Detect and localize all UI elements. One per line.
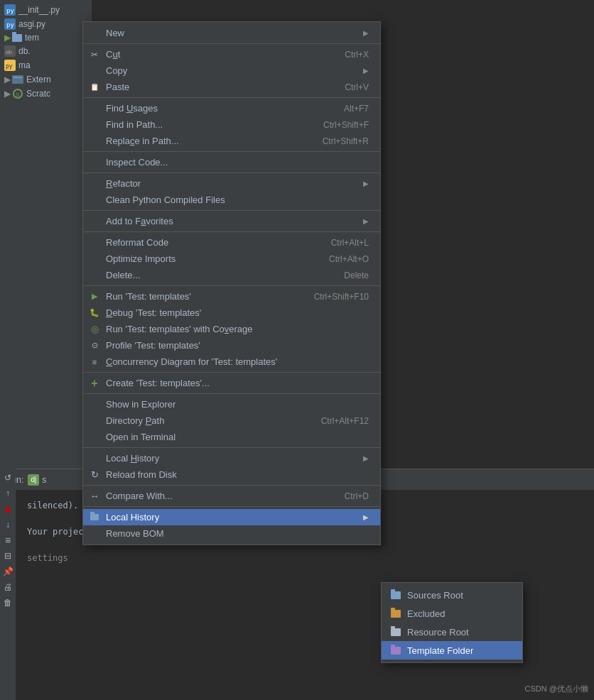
menu-item-inspect[interactable]: Inspect Code... bbox=[83, 154, 380, 170]
dir-path-icon bbox=[89, 415, 100, 427]
menu-item-new-label: New bbox=[106, 28, 363, 38]
python-file-icon: py bbox=[4, 4, 16, 16]
terminal-icon bbox=[89, 432, 100, 443]
menu-item-local-history-label: Local History bbox=[106, 453, 363, 464]
tree-item-label: tem bbox=[25, 33, 39, 43]
menu-item-run-label: Run 'Test: templates' bbox=[106, 291, 300, 302]
compare-icon: ↔ bbox=[89, 491, 100, 502]
menu-item-optimize[interactable]: Optimize Imports Ctrl+Alt+O bbox=[83, 251, 380, 267]
submenu-item-sources-root-label: Sources Root bbox=[407, 590, 463, 601]
tree-item-manage[interactable]: py ma bbox=[0, 58, 92, 72]
paste-icon bbox=[89, 82, 100, 93]
compare-shortcut: Ctrl+D bbox=[345, 491, 369, 501]
menu-item-open-terminal[interactable]: Open in Terminal bbox=[83, 429, 380, 445]
clean-icon bbox=[89, 195, 100, 206]
menu-separator bbox=[83, 506, 380, 507]
menu-item-debug[interactable]: 🐛 Debug 'Test: templates' bbox=[83, 305, 380, 321]
concurrency-icon: ≡ bbox=[89, 356, 100, 368]
submenu-item-resource-root[interactable]: Resource Root bbox=[382, 623, 522, 641]
menu-item-find-usages-label: Find Usages bbox=[106, 103, 330, 114]
submenu-item-template-folder-label: Template Folder bbox=[407, 645, 473, 656]
menu-item-dir-path[interactable]: Directory Path Ctrl+Alt+F12 bbox=[83, 412, 380, 429]
favorites-icon bbox=[89, 216, 100, 227]
settings-button[interactable]: ≡ bbox=[1, 534, 14, 547]
menu-item-coverage[interactable]: ◎ Run 'Test: templates' with Coverage bbox=[83, 321, 380, 337]
menu-item-create-label: Create 'Test: templates'... bbox=[106, 378, 369, 388]
dir-path-shortcut: Ctrl+Alt+F12 bbox=[321, 416, 369, 426]
menu-item-copy-label: Copy bbox=[106, 65, 363, 76]
menu-item-create[interactable]: + Create 'Test: templates'... bbox=[83, 375, 380, 391]
menu-item-local-history[interactable]: Local History ▶ bbox=[83, 450, 380, 466]
tree-item-templates[interactable]: ▶ tem bbox=[0, 31, 92, 44]
svg-rect-9 bbox=[14, 77, 22, 78]
arrow-icon: ▶ bbox=[363, 513, 369, 521]
tree-item-db[interactable]: db db. bbox=[0, 44, 92, 58]
trash-button[interactable]: 🗑 bbox=[1, 596, 14, 609]
svg-rect-8 bbox=[12, 75, 23, 84]
find-usages-shortcut: Alt+F7 bbox=[344, 104, 369, 114]
menu-separator bbox=[83, 372, 380, 373]
menu-item-run[interactable]: ▶ Run 'Test: templates' Ctrl+Shift+F10 bbox=[83, 288, 380, 305]
tree-item-label: Scratc bbox=[26, 89, 50, 99]
menu-item-find-usages[interactable]: Find Usages Alt+F7 bbox=[83, 100, 380, 116]
folder-icon bbox=[12, 34, 22, 42]
menu-separator bbox=[83, 393, 380, 394]
copy-icon bbox=[89, 65, 100, 77]
console-line-5: settings bbox=[27, 552, 588, 565]
run-toolbar-buttons: ↺ ↑ ■ ↓ ≡ ⊟ 📌 🖨 🗑 bbox=[0, 469, 16, 700]
menu-item-show-explorer[interactable]: Show in Explorer bbox=[83, 396, 380, 412]
menu-item-mark-directory[interactable]: Local History ▶ bbox=[83, 509, 380, 525]
menu-item-find-path[interactable]: Find in Path... Ctrl+Shift+F bbox=[83, 116, 380, 133]
db-file-icon: db bbox=[4, 45, 16, 57]
tree-item-scratch[interactable]: ▶ S Scratc bbox=[0, 87, 92, 101]
menu-item-favorites[interactable]: Add to Favorites ▶ bbox=[83, 213, 380, 229]
stop-button[interactable]: ■ bbox=[1, 503, 14, 515]
menu-item-refactor-label: Refactor bbox=[106, 178, 363, 189]
menu-item-favorites-label: Add to Favorites bbox=[106, 216, 363, 226]
expand-icon: ▶ bbox=[4, 33, 11, 43]
menu-item-profile[interactable]: ⊙ Profile 'Test: templates' bbox=[83, 337, 380, 354]
menu-item-paste[interactable]: Paste Ctrl+V bbox=[83, 79, 380, 95]
menu-item-replace-path-label: Replace in Path... bbox=[106, 136, 308, 146]
menu-item-replace-path[interactable]: Replace in Path... Ctrl+Shift+R bbox=[83, 133, 380, 149]
arrow-icon: ▶ bbox=[363, 67, 369, 75]
scroll-down-button[interactable]: ↓ bbox=[1, 518, 14, 531]
menu-item-new[interactable]: New ▶ bbox=[83, 25, 380, 41]
submenu-item-template-folder[interactable]: Template Folder bbox=[382, 641, 522, 660]
arrow-icon: ▶ bbox=[363, 180, 369, 187]
menu-item-copy[interactable]: Copy ▶ bbox=[83, 62, 380, 79]
print-button[interactable]: 🖨 bbox=[1, 581, 14, 594]
tree-item-asgi[interactable]: py asgi.py bbox=[0, 17, 92, 31]
tree-item-init[interactable]: py __init__.py bbox=[0, 3, 92, 17]
find-path-shortcut: Ctrl+Shift+F bbox=[323, 120, 369, 130]
submenu-item-excluded[interactable]: Excluded bbox=[382, 604, 522, 623]
tree-item-external[interactable]: ▶ Extern bbox=[0, 72, 92, 87]
menu-separator bbox=[83, 97, 380, 98]
submenu-item-sources-root[interactable]: Sources Root bbox=[382, 586, 522, 604]
menu-item-concurrency[interactable]: ≡ Concurrency Diagram for 'Test: templat… bbox=[83, 354, 380, 370]
svg-text:py: py bbox=[6, 63, 13, 70]
mark-directory-submenu: Sources Root Excluded Resource Root Temp… bbox=[381, 582, 523, 663]
resource-root-icon bbox=[390, 626, 401, 638]
scroll-up-button[interactable]: ↑ bbox=[1, 487, 14, 500]
menu-item-clean-python[interactable]: Clean Python Compiled Files bbox=[83, 192, 380, 208]
reformat-shortcut: Ctrl+Alt+L bbox=[331, 238, 369, 248]
menu-separator bbox=[83, 43, 380, 44]
menu-item-concurrency-label: Concurrency Diagram for 'Test: templates… bbox=[106, 356, 369, 367]
run-shortcut: Ctrl+Shift+F10 bbox=[314, 292, 369, 302]
pin-button[interactable]: 📌 bbox=[1, 565, 14, 578]
menu-item-refactor[interactable]: Refactor ▶ bbox=[83, 175, 380, 192]
menu-item-compare[interactable]: ↔ Compare With... Ctrl+D bbox=[83, 488, 380, 504]
template-folder-icon bbox=[390, 645, 401, 656]
filter-button[interactable]: ⊟ bbox=[1, 549, 14, 562]
menu-item-reload[interactable]: ↻ Reload from Disk bbox=[83, 466, 380, 483]
menu-item-cut[interactable]: Cut Ctrl+X bbox=[83, 46, 380, 62]
create-icon: + bbox=[89, 378, 100, 389]
svg-text:py: py bbox=[6, 7, 14, 14]
menu-item-reformat[interactable]: Reformat Code Ctrl+Alt+L bbox=[83, 234, 380, 251]
menu-item-remove-bom[interactable]: Remove BOM bbox=[83, 525, 380, 542]
reload-icon: ↻ bbox=[89, 469, 100, 481]
menu-item-delete[interactable]: Delete... Delete bbox=[83, 267, 380, 283]
reformat-icon bbox=[89, 237, 100, 248]
rerun-button[interactable]: ↺ bbox=[1, 471, 14, 484]
